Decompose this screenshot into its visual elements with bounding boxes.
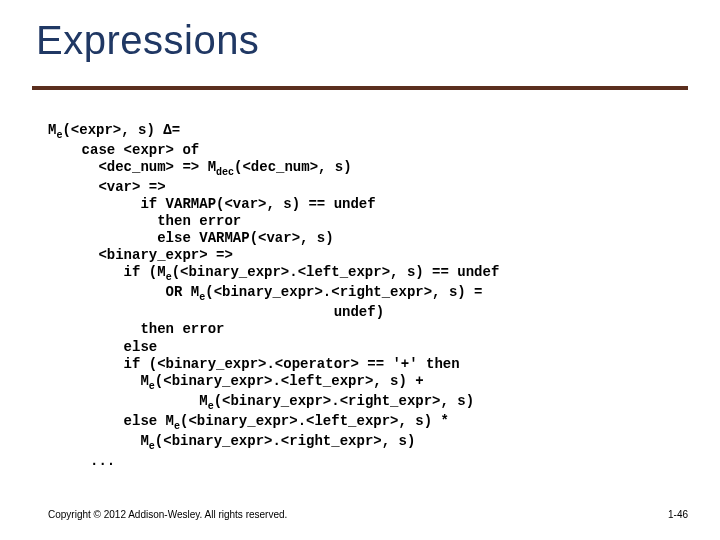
code-line: (<dec_num>, s) <box>234 159 352 175</box>
subscript-dec: dec <box>216 167 234 178</box>
code-line: if VARMAP(<var>, s) == undef <box>48 196 376 212</box>
code-line: (<binary_expr>.<left_expr>, s) * <box>180 413 449 429</box>
copyright: Copyright © 2012 Addison-Wesley. All rig… <box>48 509 287 520</box>
code-line: <binary_expr> => <box>48 247 233 263</box>
code-line: undef) <box>48 304 384 320</box>
slide: { "title": "Expressions", "code": { "l01… <box>0 0 720 540</box>
code-line: then error <box>48 213 241 229</box>
code-line: ... <box>48 453 115 469</box>
code-line: (<binary_expr>.<left_expr>, s) == undef <box>172 264 500 280</box>
code-line: else M <box>48 413 174 429</box>
code-line: <dec_num> => M <box>48 159 216 175</box>
code-line: M <box>48 433 149 449</box>
code-block: Me(<expr>, s) Δ= case <expr> of <dec_num… <box>48 122 684 470</box>
slide-title: Expressions <box>36 18 259 63</box>
code-line: (<expr>, s) Δ= <box>62 122 180 138</box>
code-line: (<binary_expr>.<left_expr>, s) + <box>155 373 424 389</box>
code-line: if (M <box>48 264 166 280</box>
code-line: (<binary_expr>.<right_expr>, s) <box>214 393 474 409</box>
code-line: (<binary_expr>.<right_expr>, s) <box>155 433 415 449</box>
code-line: (<binary_expr>.<right_expr>, s) = <box>205 284 482 300</box>
code-line: if (<binary_expr>.<operator> == '+' then <box>48 356 460 372</box>
code-line: else VARMAP(<var>, s) <box>48 230 334 246</box>
code-line: case <expr> of <box>48 142 199 158</box>
code-line: <var> => <box>48 179 166 195</box>
horizontal-rule <box>32 86 688 90</box>
code-line: then error <box>48 321 224 337</box>
code-line: OR M <box>48 284 199 300</box>
page-number: 1-46 <box>668 509 688 520</box>
code-line: else <box>48 339 157 355</box>
code-line: M <box>48 373 149 389</box>
code-line: M <box>48 393 208 409</box>
